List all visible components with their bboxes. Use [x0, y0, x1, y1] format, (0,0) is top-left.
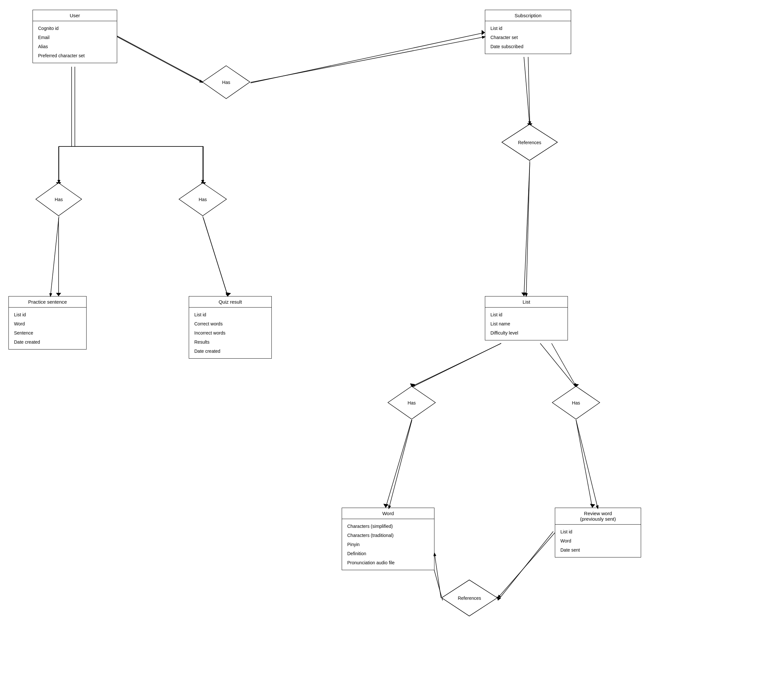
subscription-attrs: List id Character set Date subscribed — [485, 21, 571, 54]
sub-list-id: List id — [490, 24, 565, 33]
svg-line-16 — [524, 163, 530, 296]
svg-marker-36 — [442, 580, 497, 616]
svg-line-49 — [552, 343, 576, 386]
has-diamond-3: Has — [178, 182, 227, 217]
list-attrs: List id List name Difficulty level — [485, 308, 567, 340]
qr-incorrect-words: Incorrect words — [194, 328, 266, 337]
svg-line-14 — [524, 57, 530, 127]
attr-preferred-charset: Preferred character set — [38, 51, 112, 60]
attr-alias: Alias — [38, 42, 112, 51]
svg-marker-25 — [590, 504, 595, 508]
svg-marker-34 — [388, 386, 435, 419]
svg-line-20 — [540, 343, 576, 387]
ps-sentence: Sentence — [14, 328, 81, 337]
word-pinyin: Pinyin — [347, 540, 429, 549]
ps-date-created: Date created — [14, 337, 81, 347]
svg-line-50 — [389, 420, 412, 508]
quiz-result-attrs: List id Correct words Incorrect words Re… — [189, 308, 272, 358]
user-entity: User Cognito id Email Alias Preferred ch… — [33, 10, 117, 63]
list-difficulty: Difficulty level — [490, 328, 562, 337]
svg-line-53 — [434, 553, 441, 598]
rw-date-sent: Date sent — [560, 545, 635, 555]
practice-sentence-title: Practice sentence — [9, 297, 86, 308]
svg-line-0 — [111, 33, 205, 83]
attr-cognito-id: Cognito id — [38, 24, 112, 33]
has-diamond-5: Has — [552, 386, 600, 420]
svg-line-44 — [50, 217, 59, 296]
qr-correct-words: Correct words — [194, 319, 266, 328]
qr-list-id: List id — [194, 310, 266, 319]
list-name: List name — [490, 319, 562, 328]
svg-marker-31 — [36, 183, 82, 216]
review-word-title: Review word (previously sent) — [555, 508, 641, 525]
subscription-entity: Subscription List id Character set Date … — [485, 10, 571, 54]
sub-charset: Character set — [490, 33, 565, 42]
svg-line-22 — [386, 420, 412, 508]
svg-line-48 — [412, 343, 501, 386]
connector-layer — [0, 0, 782, 700]
svg-line-46 — [528, 57, 530, 124]
svg-marker-33 — [502, 124, 557, 160]
subscription-title: Subscription — [485, 10, 571, 21]
svg-line-1 — [250, 33, 485, 83]
references-diamond-1: References — [501, 124, 558, 161]
qr-results: Results — [194, 337, 266, 347]
svg-line-52 — [498, 533, 555, 598]
list-list-id: List id — [490, 310, 562, 319]
svg-marker-35 — [552, 386, 600, 419]
word-audio: Pronunciation audio file — [347, 558, 429, 567]
references-diamond-2: References — [441, 579, 498, 617]
svg-line-45 — [203, 217, 228, 296]
attr-email: Email — [38, 33, 112, 42]
svg-line-51 — [576, 420, 598, 508]
svg-line-24 — [576, 420, 592, 508]
quiz-result-title: Quiz result — [189, 297, 272, 308]
rw-list-id: List id — [560, 527, 635, 536]
svg-marker-11 — [56, 293, 61, 296]
rw-word: Word — [560, 536, 635, 545]
svg-line-38 — [250, 37, 485, 82]
svg-marker-23 — [383, 504, 388, 508]
has-diamond-1: Has — [202, 65, 250, 99]
list-title: List — [485, 297, 567, 308]
svg-line-37 — [117, 37, 202, 82]
word-title: Word — [342, 508, 434, 519]
word-definition: Definition — [347, 549, 429, 558]
svg-line-26 — [498, 532, 553, 600]
ps-word: Word — [14, 319, 81, 328]
svg-line-18 — [412, 343, 501, 387]
word-attrs: Characters (simplified) Characters (trad… — [342, 519, 434, 570]
svg-marker-2 — [482, 30, 485, 35]
svg-marker-17 — [521, 293, 527, 296]
word-entity: Word Characters (simplified) Characters … — [342, 508, 434, 570]
word-chars-simplified: Characters (simplified) — [347, 522, 429, 531]
practice-sentence-entity: Practice sentence List id Word Sentence … — [8, 296, 87, 350]
quiz-result-entity: Quiz result List id Correct words Incorr… — [189, 296, 272, 358]
sub-date-subscribed: Date subscribed — [490, 42, 565, 51]
has-diamond-4: Has — [387, 386, 436, 420]
word-chars-traditional: Characters (traditional) — [347, 531, 429, 540]
review-word-attrs: List id Word Date sent — [555, 525, 641, 557]
user-attrs: Cognito id Email Alias Preferred charact… — [33, 21, 117, 63]
ps-list-id: List id — [14, 310, 81, 319]
svg-line-12 — [203, 218, 228, 296]
qr-date-created: Date created — [194, 347, 266, 356]
connector-layer-2 — [0, 0, 782, 700]
has-diamond-2: Has — [35, 182, 82, 217]
svg-marker-30 — [202, 66, 250, 98]
svg-line-47 — [526, 161, 530, 296]
review-word-entity: Review word (previously sent) List id Wo… — [555, 508, 641, 557]
practice-sentence-attrs: List id Word Sentence Date created — [9, 308, 86, 349]
svg-marker-13 — [225, 292, 231, 296]
user-title: User — [33, 10, 117, 21]
list-entity: List List id List name Difficulty level — [485, 296, 568, 340]
svg-marker-32 — [179, 183, 227, 216]
